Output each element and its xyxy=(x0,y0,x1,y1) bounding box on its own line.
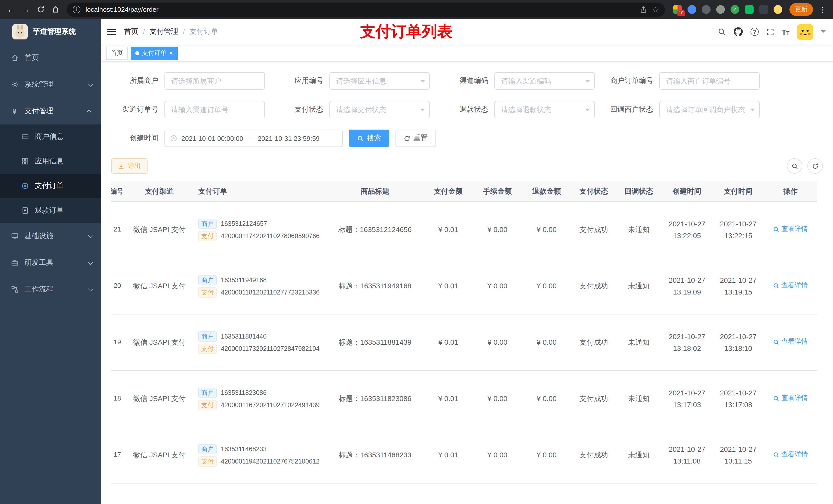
fullscreen-icon[interactable] xyxy=(766,28,774,35)
view-detail-link[interactable]: 查看详情 xyxy=(773,280,808,291)
sidebar-item-devtools[interactable]: 研发工具 xyxy=(0,249,101,276)
app-title: 芋道管理系统 xyxy=(33,27,76,37)
info-icon[interactable]: i xyxy=(73,6,80,13)
reset-button[interactable]: 重置 xyxy=(396,129,436,147)
channel-order-no-field[interactable] xyxy=(164,101,265,118)
github-icon[interactable] xyxy=(733,27,743,37)
url-text: localhost:1024/pay/order xyxy=(86,6,635,13)
font-size-icon[interactable]: TT xyxy=(782,27,789,36)
sidebar-item-merchant-info[interactable]: 商户信息 xyxy=(0,124,101,149)
app-logo-row[interactable]: 芋道管理系统 xyxy=(0,19,101,45)
sidebar-item-system[interactable]: 系统管理 xyxy=(0,71,101,98)
pay-status-select[interactable] xyxy=(329,101,430,118)
extension-icon-6[interactable] xyxy=(745,5,754,14)
view-detail-link[interactable]: 查看详情 xyxy=(773,337,808,347)
table-row[interactable]: 18 微信 JSAPI 支付 商户1635311823086 支付4200001… xyxy=(111,370,817,427)
app-select[interactable] xyxy=(329,72,430,90)
tab-home[interactable]: 首页 xyxy=(106,46,127,60)
sidebar-item-refund-order[interactable]: 退款订单 xyxy=(0,198,101,223)
fee-amount: ¥ 0.00 xyxy=(487,338,507,346)
sidebar-item-pay-order[interactable]: 支付订单 xyxy=(0,174,101,198)
chrome-update-button[interactable]: 更新 xyxy=(789,3,813,16)
sidebar-item-label: 支付管理 xyxy=(25,106,53,116)
hamburger-icon[interactable] xyxy=(107,29,116,35)
export-button[interactable]: 导出 xyxy=(111,158,147,174)
navbar-actions: ? TT xyxy=(717,24,826,40)
sidebar-item-payment[interactable]: ¥ 支付管理 xyxy=(0,98,101,124)
col-actions: 操作 xyxy=(764,181,817,201)
refund-status-select[interactable] xyxy=(494,101,595,118)
table-row[interactable]: 21 微信 JSAPI 支付 商户1635312124657 支付4200001… xyxy=(111,201,817,258)
toolbar-right xyxy=(782,158,823,174)
date-range-picker[interactable]: 2021-10-01 00:00:00 - 2021-10-31 23:59:5… xyxy=(164,129,343,147)
table-row-partial[interactable]: 商户1635311457136 xyxy=(111,483,817,504)
toggle-search-icon[interactable] xyxy=(787,158,802,174)
back-icon[interactable]: ← xyxy=(4,3,18,16)
breadcrumb-separator: / xyxy=(143,28,145,36)
merchant-order-no-field[interactable] xyxy=(659,72,760,90)
view-detail-link[interactable]: 查看详情 xyxy=(773,224,808,235)
order-id: 17 xyxy=(114,451,121,458)
table-row[interactable]: 20 微信 JSAPI 支付 商户1635311949168 支付4200001… xyxy=(111,258,817,314)
refund-amount: ¥ 0.00 xyxy=(537,338,556,346)
view-detail-link[interactable]: 查看详情 xyxy=(773,449,808,460)
channel-order-no-input[interactable] xyxy=(164,101,265,118)
share-icon[interactable] xyxy=(640,6,647,13)
view-detail-link[interactable]: 查看详情 xyxy=(773,393,808,404)
sidebar-item-home[interactable]: 首页 xyxy=(0,45,101,71)
close-icon[interactable]: × xyxy=(169,50,173,56)
merchant-order-no-input[interactable] xyxy=(659,72,760,90)
chevron-down-icon[interactable] xyxy=(821,30,826,35)
forward-icon[interactable]: → xyxy=(19,3,33,16)
merchant-order-no: 1635311949168 xyxy=(221,275,267,285)
chevron-up-icon xyxy=(87,110,92,115)
refund-status-input[interactable] xyxy=(494,101,595,118)
refresh-icon[interactable] xyxy=(807,158,823,174)
extension-icon-1[interactable]: 10 xyxy=(673,5,682,14)
url-bar[interactable]: i localhost:1024/pay/order ☆ xyxy=(67,2,665,17)
search-icon[interactable] xyxy=(717,28,726,36)
extension-icon-7[interactable] xyxy=(759,5,768,14)
home-icon[interactable] xyxy=(49,3,63,16)
pay-status-input[interactable] xyxy=(329,101,430,118)
browser-menu-icon[interactable]: ⋮ xyxy=(816,5,829,14)
reload-icon[interactable] xyxy=(34,3,48,16)
user-avatar[interactable] xyxy=(797,24,813,40)
merchant-select[interactable] xyxy=(164,72,265,90)
channel-code-input[interactable] xyxy=(494,72,595,90)
tab-pay-order[interactable]: 支付订单 × xyxy=(130,46,177,60)
pay-status: 支付成功 xyxy=(579,394,608,403)
filter-row-3: 创建时间 2021-10-01 00:00:00 - 2021-10-31 23… xyxy=(111,129,823,147)
channel-code-select[interactable] xyxy=(494,72,595,90)
breadcrumb-pay-mgmt[interactable]: 支付管理 xyxy=(149,27,178,37)
table-row[interactable]: 17 微信 JSAPI 支付 商户1635311468233 支付4200001… xyxy=(111,427,817,483)
date-separator: - xyxy=(249,135,252,142)
main-area: 首页 / 支付管理 / 支付订单 支付订单列表 ? xyxy=(101,19,833,504)
sidebar-item-infra[interactable]: 基础设施 xyxy=(0,223,101,249)
extension-icon-4[interactable] xyxy=(716,5,725,14)
help-icon[interactable]: ? xyxy=(750,28,759,36)
bookmark-star-icon[interactable]: ☆ xyxy=(652,5,659,14)
extension-icon-2[interactable] xyxy=(688,5,696,14)
pay-order-no: 4200001194202110276752100612 xyxy=(221,456,320,466)
table-row[interactable]: 19 微信 JSAPI 支付 商户1635311881440 支付4200001… xyxy=(111,314,817,370)
pay-channel: 微信 JSAPI 支付 xyxy=(133,451,186,459)
goods-title: 标题：1635311823086 xyxy=(339,394,411,403)
merchant-select-input[interactable] xyxy=(164,72,265,90)
font-size-small-glyph: T xyxy=(786,30,789,35)
col-create-time: 创建时间 xyxy=(661,181,713,201)
sidebar-item-workflow[interactable]: 工作流程 xyxy=(0,276,101,303)
sidebar-item-app-info[interactable]: 应用信息 xyxy=(0,149,101,174)
notify-status-input[interactable] xyxy=(659,101,760,118)
search-button[interactable]: 搜索 xyxy=(349,129,389,147)
create-time: 2021-10-27 13:17:03 xyxy=(669,389,705,408)
extension-icon-5[interactable]: ✓ xyxy=(731,5,739,14)
extension-icon-8[interactable] xyxy=(774,5,782,14)
extension-icon-3[interactable] xyxy=(702,5,711,14)
font-size-large-glyph: T xyxy=(782,27,786,36)
filter-channel-order-no: 渠道订单号 xyxy=(111,101,276,118)
notify-status-select[interactable] xyxy=(659,101,760,118)
breadcrumb-home[interactable]: 首页 xyxy=(124,27,138,37)
date-end-value: 2021-10-31 23:59:59 xyxy=(258,135,319,142)
app-select-input[interactable] xyxy=(329,72,430,90)
